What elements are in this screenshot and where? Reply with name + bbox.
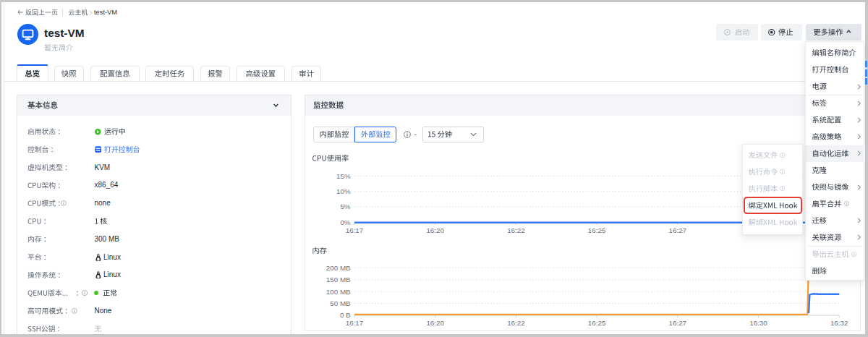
svg-text:16:20: 16:20 — [426, 226, 444, 234]
svg-text:16:32: 16:32 — [830, 319, 848, 327]
svg-text:16:22: 16:22 — [507, 226, 525, 234]
svg-text:0 B: 0 B — [340, 311, 351, 319]
svg-text:150 MB: 150 MB — [326, 276, 351, 283]
svg-text:200 MB: 200 MB — [326, 264, 351, 272]
svg-text:16:17: 16:17 — [346, 226, 364, 234]
svg-text:16:25: 16:25 — [588, 319, 606, 327]
svg-text:15%: 15% — [336, 172, 351, 180]
svg-text:16:30: 16:30 — [749, 319, 767, 327]
svg-text:10%: 10% — [336, 187, 351, 195]
svg-text:0%: 0% — [340, 218, 350, 226]
svg-text:100 MB: 100 MB — [326, 288, 351, 296]
svg-text:16:20: 16:20 — [426, 319, 444, 327]
svg-text:16:27: 16:27 — [669, 319, 687, 327]
svg-text:16:27: 16:27 — [669, 226, 687, 234]
svg-text:16:25: 16:25 — [588, 226, 606, 234]
svg-text:16:22: 16:22 — [507, 319, 525, 327]
svg-text:5%: 5% — [340, 202, 350, 210]
svg-text:50 MB: 50 MB — [330, 299, 351, 307]
svg-text:16:17: 16:17 — [346, 319, 364, 327]
